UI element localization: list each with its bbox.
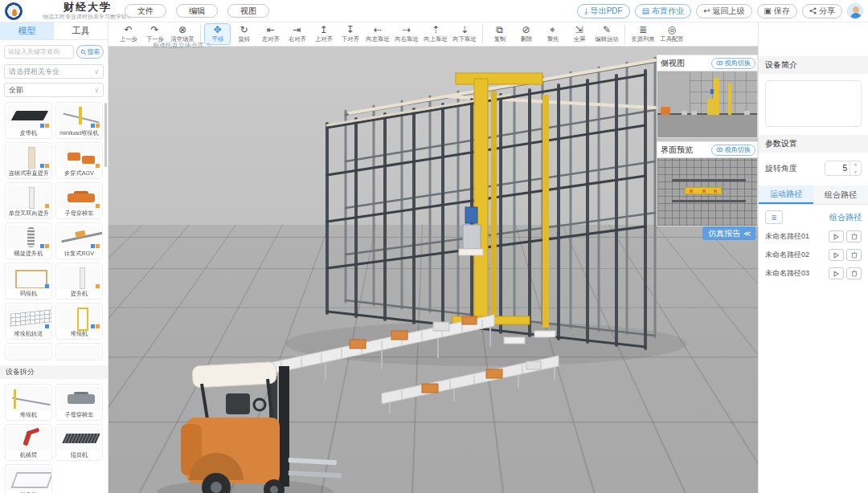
model-card[interactable]: 往复式RGV bbox=[55, 222, 103, 259]
model-card[interactable]: 辊筒机 bbox=[55, 424, 103, 461]
toolbar-align-top-label: 上对齐 bbox=[314, 35, 332, 43]
toolbar-copy[interactable]: ⧉复制 bbox=[486, 25, 513, 43]
search-input[interactable] bbox=[4, 45, 74, 59]
side-view-carriage bbox=[707, 99, 714, 115]
model-name: 皮带机 bbox=[9, 129, 49, 137]
toolbar-delete[interactable]: ⊘删除 bbox=[513, 25, 539, 43]
back-label: 返回上级 bbox=[713, 6, 745, 17]
play-path-button[interactable] bbox=[829, 249, 844, 261]
model-badges bbox=[40, 124, 49, 128]
tab-models[interactable]: 模型 bbox=[0, 22, 54, 39]
model-name: 机械臂 bbox=[9, 451, 49, 459]
model-card[interactable]: 堆垛机 bbox=[55, 303, 103, 340]
model-name: 子母穿梭车 bbox=[59, 210, 100, 218]
toolbar-divider bbox=[624, 25, 625, 44]
delete-path-button[interactable] bbox=[846, 230, 862, 242]
delete-icon: ⊘ bbox=[522, 25, 530, 35]
toolbar-align-top[interactable]: ↥上对齐 bbox=[310, 25, 337, 43]
copy-icon: ⧉ bbox=[496, 25, 503, 35]
trash-icon bbox=[851, 270, 858, 277]
model-thumbnail bbox=[58, 345, 100, 361]
side-view-forklift bbox=[661, 107, 670, 115]
plan-view-switch-button[interactable]: 视角切换 bbox=[711, 145, 755, 156]
category-filter-select[interactable]: 全部 ∨ bbox=[4, 83, 104, 97]
path-name: 未命名路径01 bbox=[765, 231, 809, 242]
model-card[interactable]: 多穿式AGV bbox=[55, 142, 103, 179]
toolbar-rotate[interactable]: ↻旋转 bbox=[231, 25, 257, 43]
user-avatar[interactable] bbox=[847, 3, 863, 19]
edit-scene-name-icon[interactable]: ✎ bbox=[207, 42, 212, 49]
model-card[interactable]: 单货叉双向提升机 bbox=[5, 182, 52, 219]
share-button[interactable]: 分享 bbox=[802, 4, 842, 18]
model-card[interactable]: 螺旋提升机 bbox=[5, 222, 52, 259]
3d-viewport[interactable]: 侧视图 视角切换 界 bbox=[108, 47, 758, 493]
toolbar-snap-right[interactable]: ⇢向右靠近 bbox=[392, 25, 421, 43]
delete-path-button[interactable] bbox=[846, 249, 862, 261]
toolbar-resource-list[interactable]: ≣资源列表 bbox=[628, 25, 657, 43]
model-card-clipped[interactable] bbox=[55, 343, 103, 361]
toolbar-fullscreen[interactable]: ⇲全屏 bbox=[566, 25, 592, 43]
model-card[interactable]: 堆垛机轨道 bbox=[5, 303, 52, 340]
toolbar-focus[interactable]: ⌖聚焦 bbox=[539, 25, 566, 43]
align-top-icon: ↥ bbox=[319, 25, 327, 35]
model-name: 堆垛机 bbox=[59, 330, 100, 338]
model-card[interactable]: 皮带机 bbox=[5, 102, 52, 139]
model-card[interactable]: 码垛机 bbox=[5, 263, 52, 299]
toolbar-tool-config[interactable]: ◎工具配置 bbox=[657, 25, 686, 43]
toolbar-align-right[interactable]: ⇥右对齐 bbox=[284, 25, 310, 43]
delete-path-button[interactable] bbox=[846, 267, 862, 279]
model-name: 堆垛机轨道 bbox=[9, 330, 49, 338]
sidebar-scrollbar[interactable] bbox=[104, 103, 107, 167]
tab-combined-path[interactable]: 组合路径 bbox=[813, 185, 868, 204]
toolbar-snap-down[interactable]: ⇣向下靠近 bbox=[450, 25, 479, 43]
plan-viewport-canvas[interactable] bbox=[657, 157, 758, 226]
export-pdf-label: 导出PDF bbox=[591, 6, 623, 17]
simulation-report-button[interactable]: 仿真报告 ≪ bbox=[702, 226, 755, 240]
menu-file[interactable]: 文件 bbox=[125, 4, 166, 18]
back-button[interactable]: ↩ 返回上级 bbox=[696, 4, 751, 18]
model-badges bbox=[91, 124, 100, 128]
side-viewport-canvas[interactable] bbox=[657, 71, 758, 138]
model-card[interactable]: 提升机 bbox=[55, 263, 103, 299]
share-icon bbox=[809, 7, 817, 16]
model-card[interactable]: 堆垛机 bbox=[5, 384, 52, 421]
toolbar-snap-up-label: 向上靠近 bbox=[424, 35, 447, 43]
side-viewport-header: 侧视图 视角切换 bbox=[657, 55, 758, 71]
stepper-up-icon[interactable]: ∧ bbox=[850, 161, 861, 169]
menu-edit[interactable]: 编辑 bbox=[176, 4, 218, 18]
play-path-button[interactable] bbox=[829, 230, 844, 242]
side-view-switch-button[interactable]: 视角切换 bbox=[711, 58, 755, 69]
toolbar-undo[interactable]: ↶上一步 bbox=[115, 25, 141, 43]
path-list-icon[interactable]: ≣ bbox=[765, 210, 783, 224]
rotate-angle-input[interactable] bbox=[825, 161, 850, 175]
toolbar-align-bottom[interactable]: ↧下对齐 bbox=[337, 25, 363, 43]
tab-tools[interactable]: 工具 bbox=[54, 22, 108, 39]
toolbar-fullscreen-label: 全屏 bbox=[573, 35, 585, 43]
model-card-clipped[interactable] bbox=[5, 343, 52, 361]
assign-homework-button[interactable]: ▤ 布置作业 bbox=[635, 4, 691, 18]
search-button[interactable]: 搜索 bbox=[76, 45, 104, 59]
model-name: 多穿式AGV bbox=[59, 169, 100, 177]
save-button[interactable]: ▣ 保存 bbox=[757, 4, 797, 18]
sidebar-tabs: 模型 工具 bbox=[0, 22, 108, 40]
toolbar-align-left[interactable]: ⇤左对齐 bbox=[257, 25, 284, 43]
model-card[interactable]: 子母穿梭车 bbox=[55, 384, 103, 421]
model-card[interactable]: miniload堆垛机 bbox=[55, 102, 103, 139]
export-pdf-button[interactable]: ⤓ 导出PDF bbox=[577, 4, 629, 18]
major-filter-select[interactable]: 请选择相关专业 ∨ bbox=[4, 64, 104, 79]
model-card[interactable]: 机械臂 bbox=[5, 424, 52, 461]
model-card[interactable]: 连续式垂直提升机（双 bbox=[5, 142, 52, 179]
play-path-button[interactable] bbox=[829, 267, 844, 279]
share-label: 分享 bbox=[819, 6, 835, 17]
tab-motion-path[interactable]: 运动路径 bbox=[759, 185, 813, 204]
combine-path-link[interactable]: 组合路径 bbox=[829, 212, 862, 223]
toolbar-edit-motion[interactable]: ✎编辑运动 bbox=[592, 25, 621, 43]
stepper-down-icon[interactable]: ∨ bbox=[850, 169, 861, 176]
model-name: 连续式垂直提升机（双 bbox=[9, 169, 49, 177]
toolbar-snap-left[interactable]: ⇠向左靠近 bbox=[363, 25, 392, 43]
model-card[interactable]: 提升机 bbox=[5, 464, 52, 493]
toolbar-snap-up[interactable]: ⇡向上靠近 bbox=[421, 25, 450, 43]
model-card[interactable]: 子母穿梭车 bbox=[55, 182, 103, 219]
model-name: miniload堆垛机 bbox=[59, 129, 100, 137]
menu-view[interactable]: 视图 bbox=[227, 4, 269, 18]
